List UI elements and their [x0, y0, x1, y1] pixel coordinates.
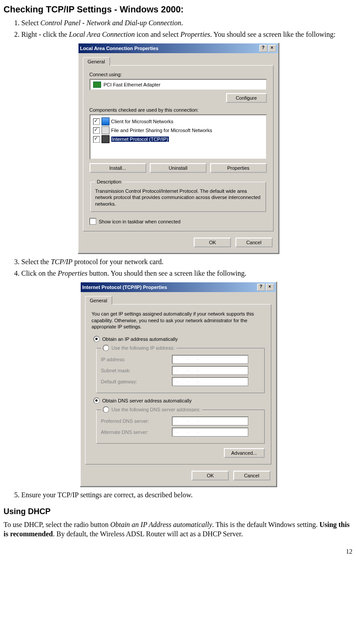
ok-button[interactable]: OK: [194, 238, 231, 247]
titlebar-text: Local Area Connection Properties: [80, 46, 258, 51]
list-item[interactable]: File and Printer Sharing for Microsoft N…: [92, 126, 264, 135]
advanced-button[interactable]: Advanced...: [224, 448, 265, 458]
page-number: 12: [4, 548, 352, 555]
ip-address-label: IP address:: [101, 357, 172, 362]
components-label: Components checked are used by this conn…: [90, 107, 267, 113]
radio-obtain-dns[interactable]: [94, 398, 100, 404]
close-button[interactable]: ×: [268, 45, 276, 52]
properties-button[interactable]: Properties: [210, 163, 267, 173]
step-3: Select the TCP/IP protocol for your netw…: [21, 257, 352, 267]
info-text: You can get IP settings assigned automat…: [92, 311, 265, 330]
description-text: Transmission Control Protocol/Internet P…: [95, 188, 261, 207]
components-list[interactable]: Client for Microsoft Networks File and P…: [90, 114, 267, 160]
install-button[interactable]: Install...: [90, 163, 146, 173]
checkbox[interactable]: [93, 118, 100, 125]
uninstall-button[interactable]: Uninstall: [150, 163, 207, 173]
tab-general[interactable]: General: [85, 296, 112, 304]
radio-use-dns-label: Use the following DNS server addresses:: [112, 407, 201, 412]
subnet-label: Subnet mask:: [101, 368, 172, 373]
radio-use-ip-label: Use the following IP address:: [112, 345, 175, 351]
list-item[interactable]: Client for Microsoft Networks: [92, 117, 264, 126]
protocol-icon: [102, 135, 110, 143]
gateway-field[interactable]: ...: [172, 377, 248, 386]
pref-dns-label: Preferred DNS server:: [101, 418, 172, 424]
radio-obtain-dns-label: Obtain DNS server address automatically: [102, 398, 192, 403]
step-1: Select Control Panel - Network and Dial-…: [21, 18, 352, 28]
cancel-button[interactable]: Cancel: [233, 471, 270, 480]
dns-group: Use the following DNS server addresses: …: [96, 406, 265, 444]
checkbox[interactable]: [93, 136, 100, 143]
connect-using-label: Connect using:: [90, 72, 267, 77]
titlebar: Internet Protocol (TCP/IP) Properties ? …: [81, 282, 276, 292]
adapter-name: PCI Fast Ethernet Adapter: [104, 82, 160, 87]
step-4: Click on the Properties button. You shou…: [21, 269, 352, 278]
help-button[interactable]: ?: [259, 45, 267, 52]
cancel-button[interactable]: Cancel: [235, 238, 273, 247]
configure-button[interactable]: Configure: [226, 93, 267, 103]
radio-obtain-ip-label: Obtain an IP address automatically: [102, 336, 178, 342]
step-5: Ensure your TCP/IP settings are correct,…: [21, 490, 352, 500]
step-2: Right - click the Local Area Connection …: [21, 30, 352, 39]
radio-use-dns[interactable]: [103, 406, 109, 413]
page-heading: Checking TCP/IP Settings - Windows 2000:: [4, 4, 352, 15]
show-icon-label: Show icon in taskbar when connected: [99, 219, 181, 224]
alt-dns-label: Alternate DNS server:: [101, 429, 172, 435]
alt-dns-field[interactable]: ...: [172, 428, 248, 437]
subnet-field[interactable]: ...: [172, 366, 248, 375]
nic-icon: [93, 82, 101, 88]
gateway-label: Default gateway:: [101, 379, 172, 384]
close-button[interactable]: ×: [266, 284, 274, 291]
checkbox[interactable]: [93, 127, 100, 134]
titlebar-text: Internet Protocol (TCP/IP) Properties: [82, 285, 256, 290]
radio-obtain-ip[interactable]: [94, 336, 100, 342]
radio-use-ip[interactable]: [103, 345, 109, 351]
dhcp-paragraph: To use DHCP, select the radio button Obt…: [4, 520, 352, 539]
ok-button[interactable]: OK: [192, 471, 229, 480]
tcpip-properties-dialog: Internet Protocol (TCP/IP) Properties ? …: [80, 281, 277, 487]
tab-general[interactable]: General: [83, 57, 110, 66]
description-legend: Description: [95, 179, 123, 184]
titlebar: Local Area Connection Properties ? ×: [78, 43, 278, 53]
share-icon: [102, 126, 110, 134]
show-icon-checkbox[interactable]: [90, 218, 96, 225]
ip-address-field[interactable]: ...: [172, 355, 248, 364]
client-icon: [102, 117, 110, 125]
adapter-field: PCI Fast Ethernet Adapter: [90, 79, 267, 90]
description-group: Description Transmission Control Protoco…: [90, 179, 266, 212]
help-button[interactable]: ?: [257, 284, 265, 291]
lan-properties-dialog: Local Area Connection Properties ? × Gen…: [78, 43, 279, 254]
pref-dns-field[interactable]: ...: [172, 417, 248, 425]
ip-group: Use the following IP address: IP address…: [96, 345, 265, 393]
list-item[interactable]: Internet Protocol (TCP/IP): [92, 135, 264, 144]
dhcp-heading: Using DHCP: [4, 507, 352, 516]
